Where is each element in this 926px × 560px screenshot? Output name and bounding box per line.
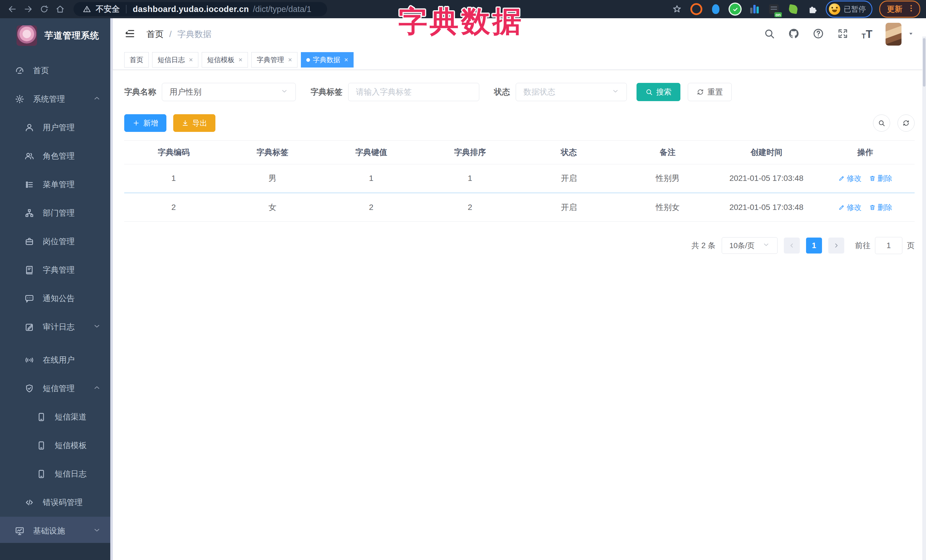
browser-reload-icon[interactable]	[38, 3, 51, 16]
edit-link[interactable]: 修改	[838, 202, 862, 213]
sidebar-item-infrastructure[interactable]: 基础设施	[0, 517, 113, 545]
tab-dict-data[interactable]: 字典数据 ×	[301, 52, 354, 68]
add-button[interactable]: 新增	[124, 114, 166, 132]
browser-update-button[interactable]: 更新	[879, 1, 920, 18]
sidebar-item-notice[interactable]: 通知公告	[0, 284, 113, 313]
sidebar-item-label: 角色管理	[43, 151, 75, 162]
emoji-avatar	[829, 3, 840, 15]
tab-label: 首页	[130, 55, 143, 64]
extension-blue-bulb-icon[interactable]	[710, 3, 722, 15]
sidebar-item-error-code[interactable]: 错误码管理	[0, 488, 113, 517]
extension-orange-ring-icon[interactable]	[690, 3, 703, 15]
bookmark-star-icon[interactable]	[671, 3, 683, 15]
sidebar-item-user-management[interactable]: 用户管理	[0, 113, 113, 142]
browser-back-icon[interactable]	[6, 3, 19, 16]
browser-home-icon[interactable]	[54, 3, 67, 16]
sidebar-item-label: 通知公告	[43, 293, 75, 304]
edit-link[interactable]: 修改	[838, 174, 862, 183]
sidebar-item-dict-management[interactable]: 字典管理	[0, 256, 113, 284]
code-icon	[24, 498, 34, 507]
close-icon[interactable]: ×	[288, 56, 292, 64]
fullscreen-icon[interactable]	[837, 28, 849, 41]
tab-dict-management[interactable]: 字典管理 ×	[251, 52, 298, 68]
search-button[interactable]: 搜索	[637, 83, 680, 101]
status-select[interactable]: 数据状态	[516, 83, 627, 101]
url-path: /dict/type/data/1	[253, 5, 312, 14]
profile-paused-chip[interactable]: 已暂停	[826, 1, 872, 18]
delete-link[interactable]: 删除	[869, 202, 893, 213]
pagination-total: 共 2 条	[691, 240, 716, 251]
close-icon[interactable]: ×	[344, 56, 348, 64]
sidebar-item-audit-log[interactable]: 审计日志	[0, 313, 113, 341]
refresh-icon[interactable]	[897, 115, 915, 131]
breadcrumb-current: 字典数据	[177, 29, 212, 40]
sidebar-item-system-management[interactable]: 系统管理	[0, 85, 113, 113]
org-tree-icon	[24, 208, 34, 218]
sidebar-item-home[interactable]: 首页	[0, 56, 113, 85]
close-icon[interactable]: ×	[189, 56, 193, 64]
tab-sms-template[interactable]: 短信模板 ×	[202, 52, 248, 68]
sidebar-scrollbar[interactable]	[110, 18, 113, 560]
status-placeholder: 数据状态	[524, 87, 555, 97]
extension-bars-icon[interactable]	[748, 3, 761, 15]
sidebar-item-dept-management[interactable]: 部门管理	[0, 199, 113, 227]
sidebar-item-label: 短信模板	[55, 440, 86, 451]
extension-sprout-icon[interactable]	[787, 3, 799, 15]
sidebar-item-label: 审计日志	[43, 322, 75, 332]
sidebar-item-role-management[interactable]: 角色管理	[0, 142, 113, 171]
dict-label-input[interactable]	[348, 83, 479, 101]
extension-green-check-icon[interactable]	[729, 3, 741, 15]
tab-sms-log[interactable]: 短信日志 ×	[152, 52, 198, 68]
scrollbar-thumb[interactable]	[923, 38, 925, 87]
current-page-button[interactable]: 1	[806, 237, 822, 254]
phone-icon	[36, 412, 46, 422]
page-size-select[interactable]: 10条/页	[722, 237, 778, 254]
extension-on-icon[interactable]: on	[767, 3, 780, 15]
export-button-label: 导出	[192, 118, 207, 128]
app-frame: 芋道管理系统 首页 系统管理 用户管理 角色管理	[0, 18, 926, 560]
close-icon[interactable]: ×	[239, 56, 242, 64]
dashboard-icon	[15, 66, 24, 75]
monitor-icon	[15, 526, 24, 536]
sidebar-item-sms-template[interactable]: 短信模板	[0, 431, 113, 460]
page-size-value: 10条/页	[729, 241, 755, 251]
sidebar-item-label: 用户管理	[43, 122, 75, 133]
search-icon[interactable]	[764, 28, 775, 41]
sidebar-item-sms-channel[interactable]: 短信渠道	[0, 403, 113, 431]
extensions-puzzle-icon[interactable]	[806, 3, 819, 15]
sidebar-item-menu-management[interactable]: 菜单管理	[0, 171, 113, 199]
sidebar-item-sms-log[interactable]: 短信日志	[0, 460, 113, 488]
sidebar-item-label: 首页	[33, 65, 49, 76]
prev-page-button[interactable]	[784, 237, 800, 254]
window-scrollbar[interactable]	[922, 36, 926, 560]
breadcrumb-home[interactable]: 首页	[147, 29, 163, 40]
navbar-actions: TT	[764, 23, 915, 45]
browser-forward-icon[interactable]	[22, 3, 35, 16]
page-unit-label: 页	[907, 240, 915, 251]
address-bar[interactable]: 不安全 dashboard.yudao.iocoder.cn/dict/type…	[74, 2, 327, 16]
goto-page-input[interactable]	[875, 237, 902, 254]
sidebar-logo[interactable]: 芋道管理系统	[0, 18, 113, 53]
sidebar-item-online-users[interactable]: 在线用户	[0, 346, 113, 374]
sidebar-collapse-icon[interactable]	[124, 28, 136, 41]
next-page-button[interactable]	[828, 237, 844, 254]
delete-link[interactable]: 删除	[869, 174, 893, 183]
font-size-icon[interactable]: TT	[862, 29, 872, 39]
user-avatar[interactable]	[885, 23, 902, 45]
browser-menu-dots-icon[interactable]	[907, 4, 915, 15]
caret-down-icon[interactable]	[907, 30, 915, 38]
tab-home[interactable]: 首页	[124, 52, 149, 68]
col-header-dict-value: 字典键值	[322, 147, 421, 158]
cell-remark: 性别女	[618, 202, 717, 213]
export-button[interactable]: 导出	[173, 114, 215, 132]
sidebar-item-sms-management[interactable]: 短信管理	[0, 374, 113, 403]
users-icon	[24, 151, 34, 161]
help-icon[interactable]	[813, 28, 824, 41]
shield-check-icon	[24, 384, 34, 393]
browser-extensions-area: on 已暂停 更新	[671, 1, 920, 18]
reset-button[interactable]: 重置	[688, 83, 732, 101]
github-icon[interactable]	[788, 28, 799, 41]
dict-name-select[interactable]: 用户性别	[162, 83, 296, 101]
toggle-search-icon[interactable]	[873, 115, 890, 131]
sidebar-item-post-management[interactable]: 岗位管理	[0, 227, 113, 256]
